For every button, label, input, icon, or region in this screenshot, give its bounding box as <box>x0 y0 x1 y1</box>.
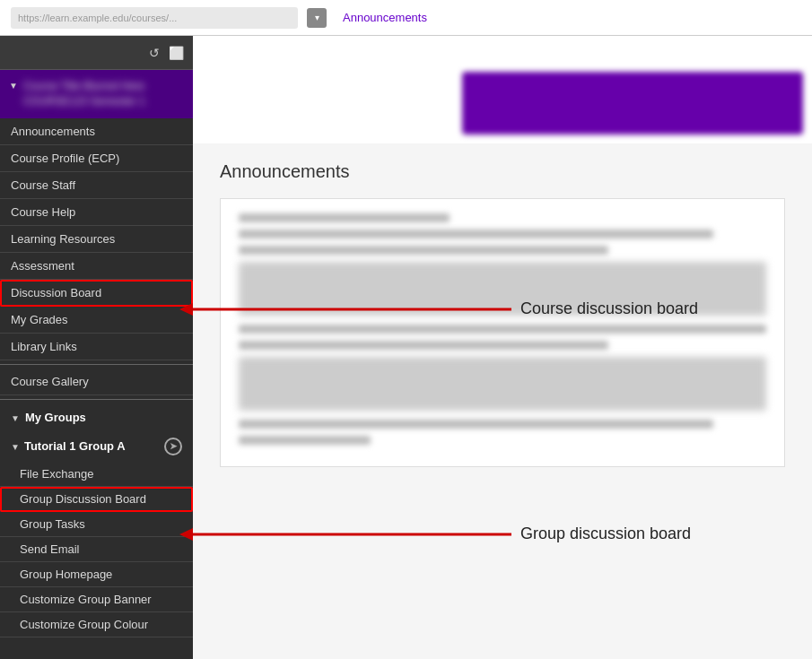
blurred-line-7 <box>239 436 371 445</box>
dropdown-icon: ▾ <box>315 13 319 22</box>
announcements-box <box>220 198 785 467</box>
blurred-line-2 <box>239 230 713 238</box>
page-title: Announcements <box>220 161 785 182</box>
blurred-line-1 <box>239 213 450 222</box>
group-nav-file-exchange[interactable]: File Exchange <box>0 462 193 487</box>
group-navigate-icon[interactable]: ➤ <box>164 438 182 455</box>
group-name-label: Tutorial 1 Group A <box>24 439 126 453</box>
blurred-line-6 <box>239 420 713 429</box>
window-icon[interactable]: ⬜ <box>169 46 184 60</box>
content-header-banner <box>193 36 812 143</box>
nav-item-library-links[interactable]: Library Links <box>0 334 193 360</box>
sidebar-toolbar: ↺ ⬜ <box>0 36 193 70</box>
expand-arrow-icon: ▼ <box>9 81 18 91</box>
nav-item-assessment[interactable]: Assessment <box>0 253 193 280</box>
nav-item-discussion-board[interactable]: Discussion Board <box>0 280 193 307</box>
content-area: Announcements <box>193 36 812 659</box>
my-groups-header[interactable]: ▼ My Groups <box>0 403 193 431</box>
blurred-block-2 <box>239 357 766 411</box>
nav-item-learning-resources[interactable]: Learning Resources <box>0 226 193 253</box>
group-nav-customize-colour[interactable]: Customize Group Colour <box>0 612 193 637</box>
course-title-block[interactable]: ▼ Course Title Blurred HereCOURSE123 Sem… <box>0 70 193 118</box>
top-bar: https://learn.example.edu/courses/... ▾ … <box>0 0 812 36</box>
course-title: Course Title Blurred HereCOURSE123 Semes… <box>23 79 145 109</box>
group-subheader-left: ▼ Tutorial 1 Group A <box>11 439 126 453</box>
my-groups-label: My Groups <box>25 411 86 424</box>
url-bar[interactable]: https://learn.example.edu/courses/... <box>11 7 298 29</box>
group-expand-icon: ▼ <box>11 442 20 452</box>
blurred-line-5 <box>239 341 608 350</box>
sidebar: ↺ ⬜ ▼ Course Title Blurred HereCOURSE123… <box>0 36 193 659</box>
main-layout: ↺ ⬜ ▼ Course Title Blurred HereCOURSE123… <box>0 36 812 659</box>
group-nav-group-tasks[interactable]: Group Tasks <box>0 512 193 537</box>
blurred-line-3 <box>239 246 608 255</box>
url-text: https://learn.example.edu/courses/... <box>18 13 177 23</box>
tutorial-group-header[interactable]: ▼ Tutorial 1 Group A ➤ <box>0 431 193 462</box>
blurred-block-1 <box>239 262 766 316</box>
nav-item-course-help[interactable]: Course Help <box>0 199 193 226</box>
nav-item-course-profile[interactable]: Course Profile (ECP) <box>0 145 193 172</box>
content-body: Announcements <box>193 143 812 659</box>
refresh-icon[interactable]: ↺ <box>149 46 160 60</box>
my-groups-expand-icon: ▼ <box>11 413 20 423</box>
nav-item-my-grades[interactable]: My Grades <box>0 307 193 334</box>
nav-item-course-staff[interactable]: Course Staff <box>0 172 193 199</box>
nav-divider-2 <box>0 399 193 400</box>
announcements-link[interactable]: Announcements <box>343 11 427 24</box>
group-nav-send-email[interactable]: Send Email <box>0 537 193 562</box>
group-nav-discussion-board[interactable]: Group Discussion Board <box>0 487 193 512</box>
nav-item-course-gallery[interactable]: Course Gallery <box>0 369 193 395</box>
group-nav-customize-banner[interactable]: Customize Group Banner <box>0 587 193 612</box>
course-banner-image <box>462 72 803 134</box>
nav-divider <box>0 364 193 365</box>
blurred-line-4 <box>239 325 766 334</box>
group-nav-group-homepage[interactable]: Group Homepage <box>0 562 193 587</box>
dropdown-button[interactable]: ▾ <box>307 8 327 28</box>
nav-item-announcements[interactable]: Announcements <box>0 118 193 145</box>
